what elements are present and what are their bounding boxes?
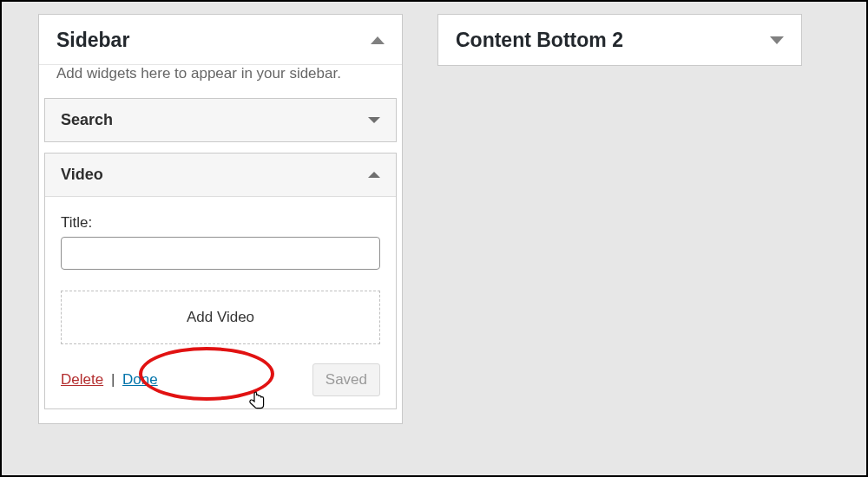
widget-video-body: Title: Add Video Delete | Done: [45, 196, 396, 408]
add-video-button[interactable]: Add Video: [181, 308, 260, 327]
widget-area-columns: Sidebar Add widgets here to appear in yo…: [2, 2, 866, 448]
widget-video-left-actions: Delete | Done: [61, 371, 158, 389]
widget-video: Video Title: Add Video Delete: [44, 153, 397, 409]
content-bottom-2-title: Content Bottom 2: [456, 29, 623, 52]
delete-link[interactable]: Delete: [61, 371, 103, 388]
sidebar-widget-list: Search Video Title:: [39, 98, 402, 423]
widget-video-title: Video: [61, 166, 103, 184]
done-link[interactable]: Done: [122, 371, 158, 388]
action-separator: |: [108, 371, 118, 388]
content-bottom-2-header[interactable]: Content Bottom 2: [438, 15, 801, 65]
admin-widgets-screen: Sidebar Add widgets here to appear in yo…: [0, 0, 868, 477]
add-video-zone: Add Video: [61, 291, 380, 344]
saved-button: Saved: [312, 363, 380, 396]
sidebar-widget-area-column: Sidebar Add widgets here to appear in yo…: [38, 14, 403, 436]
video-title-label: Title:: [61, 214, 380, 232]
widget-search: Search: [44, 98, 397, 142]
sidebar-widget-area-panel: Sidebar Add widgets here to appear in yo…: [38, 14, 403, 424]
widget-search-header[interactable]: Search: [45, 99, 396, 141]
video-title-input[interactable]: [61, 237, 380, 270]
widget-video-actions: Delete | Done Saved: [61, 363, 380, 396]
content-bottom-2-panel: Content Bottom 2: [437, 14, 802, 66]
caret-up-icon: [371, 36, 385, 44]
sidebar-area-header[interactable]: Sidebar: [39, 15, 402, 65]
content-bottom-2-column: Content Bottom 2: [437, 14, 802, 436]
caret-down-icon: [770, 36, 784, 44]
widget-search-title: Search: [61, 111, 113, 129]
sidebar-area-title: Sidebar: [56, 29, 129, 52]
sidebar-area-description: Add widgets here to appear in your sideb…: [39, 65, 402, 98]
widget-video-header[interactable]: Video: [45, 154, 396, 196]
caret-down-icon: [368, 117, 380, 123]
caret-up-icon: [368, 172, 380, 178]
